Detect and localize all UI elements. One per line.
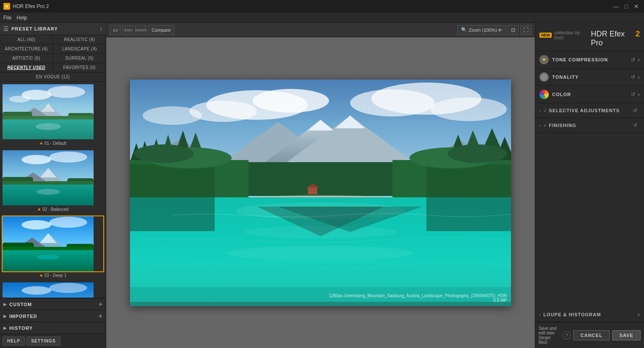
dual-view-button[interactable]: ▭▭ (122, 25, 133, 35)
tonality-title: TONALITY (552, 75, 631, 80)
history-panel-label: HISTORY (9, 326, 102, 331)
color-expand[interactable]: › (638, 91, 640, 98)
svg-point-33 (37, 254, 59, 260)
star-icon-02: ★ (37, 207, 41, 212)
tonality-header[interactable]: TONALITY ↺ › (535, 69, 644, 86)
preset-item-03[interactable]: ★ 03 - Deep 1 (0, 214, 106, 280)
imported-add-button[interactable]: + (99, 312, 102, 320)
tonality-section: TONALITY ↺ › (535, 69, 644, 86)
finishing-reset[interactable]: ↺ (633, 122, 637, 128)
finishing-arrow: › (539, 123, 541, 128)
preset-svg-02 (3, 150, 94, 205)
help-circle-button[interactable]: ? (562, 331, 571, 340)
canvas-content: 1280px-Untersberg_Mountain_Salzburg_Aust… (106, 37, 535, 348)
fullscreen-button[interactable]: ⛶ (520, 25, 531, 35)
cat-artistic[interactable]: ARTISTIC (6) (0, 54, 53, 63)
preset-label-02: ★ 02 - Balanced (2, 206, 104, 213)
color-icon (539, 90, 549, 99)
save-later-text: Save and edit later (larger files) (539, 326, 560, 345)
cat-en-vogue[interactable]: EN VOGUE (12) (0, 72, 106, 81)
loupe-expand[interactable]: › (638, 311, 640, 318)
preset-library-title: PRESET LIBRARY (11, 26, 97, 31)
cat-recently-used[interactable]: RECENTLY USED (0, 63, 53, 72)
svg-point-77 (134, 144, 193, 163)
tonality-reset[interactable]: ↺ (631, 74, 635, 80)
image-caption: 1280px-Untersberg_Mountain_Salzburg_Aust… (329, 293, 507, 303)
fit-button[interactable]: ⊡ (508, 25, 519, 35)
tonality-icon (539, 72, 549, 82)
color-section: COLOR ↺ › (535, 86, 644, 103)
selective-arrow: › (539, 108, 541, 113)
compare-button[interactable]: Compare (148, 25, 174, 35)
preset-thumb-wrap-04 (2, 282, 104, 298)
menu-help[interactable]: Help (17, 15, 27, 21)
tonality-expand[interactable]: › (638, 73, 640, 81)
main-image-container: 1280px-Untersberg_Mountain_Salzburg_Aust… (130, 80, 511, 306)
zoom-control[interactable]: 🔍 Zoom (100%) ▶ (457, 25, 506, 35)
svg-point-51 (431, 97, 507, 121)
cat-landscape[interactable]: LANDSCAPE (4) (53, 44, 106, 53)
save-button[interactable]: SAVE (612, 330, 641, 340)
color-title: COLOR (552, 92, 631, 97)
tone-compression-icon: ✦ (539, 55, 549, 64)
menu-file[interactable]: File (3, 15, 11, 21)
loupe-section: › LOUPE & HISTOGRAM › (535, 307, 644, 322)
imported-panel-row[interactable]: ▶ IMPORTED + (0, 310, 106, 322)
selective-reset[interactable]: ↺ (633, 108, 637, 113)
loupe-header[interactable]: › LOUPE & HISTOGRAM › (535, 307, 644, 322)
preset-label-03: ★ 03 - Deep 1 (2, 272, 104, 279)
preset-item-01[interactable]: ★ 01 - Default (0, 82, 106, 148)
bottom-panels: ▶ CUSTOM + ▶ IMPORTED + ▶ HISTORY (0, 298, 106, 334)
preset-item-04[interactable]: ★ 04 - Deep 2 (0, 280, 106, 298)
cat-favorites[interactable]: FAVORITES (0) (53, 63, 106, 72)
import-icon[interactable]: ↑ (100, 25, 102, 32)
color-reset[interactable]: ↺ (631, 91, 635, 97)
selective-check: ✓ (543, 108, 547, 113)
preset-thumb-wrap-03 (2, 215, 104, 272)
custom-add-button[interactable]: + (99, 301, 102, 308)
star-icon-03: ★ (39, 273, 43, 278)
triple-view-button[interactable]: ▭▭▭ (135, 25, 146, 35)
svg-point-47 (253, 89, 329, 113)
preset-svg-01 (3, 84, 94, 139)
image-filename: 1280px-Untersberg_Mountain_Salzburg_Aust… (329, 293, 507, 298)
svg-point-2 (47, 86, 85, 98)
selective-adjustments-header[interactable]: › ✓ SELECTIVE ADJUSTMENTS ↺ (535, 103, 644, 118)
tone-compression-expand[interactable]: › (638, 56, 640, 64)
maximize-button[interactable]: □ (622, 2, 630, 11)
main-image[interactable] (130, 80, 511, 306)
minimize-button[interactable]: — (612, 2, 620, 11)
title-text: HDR Efex Pro 2 (13, 3, 609, 9)
preset-svg-03 (3, 216, 94, 271)
tone-compression-header[interactable]: ✦ TONE COMPRESSION ↺ › (535, 51, 644, 68)
close-button[interactable]: ✕ (632, 2, 641, 11)
landscape-svg (130, 80, 511, 306)
custom-panel-row[interactable]: ▶ CUSTOM + (0, 298, 106, 310)
cat-architecture[interactable]: ARCHITECTURE (4) (0, 44, 53, 53)
preset-thumb-02 (3, 150, 94, 205)
preset-item-02[interactable]: ★ 02 - Balanced (0, 148, 106, 214)
cat-surreal[interactable]: SURREAL (5) (53, 54, 106, 63)
svg-rect-31 (3, 247, 94, 250)
hamburger-icon[interactable]: ☰ (3, 25, 9, 32)
preset-thumb-wrap-02 (2, 149, 104, 206)
preset-svg-04 (3, 282, 94, 298)
help-button[interactable]: HELP (3, 337, 25, 345)
app-icon: H (3, 3, 10, 10)
settings-button[interactable]: SETTINGS (27, 337, 61, 345)
new-badge: NEW (539, 33, 552, 38)
finishing-check: ✓ (543, 123, 547, 128)
zoom-arrow: ▶ (499, 27, 502, 33)
tone-compression-section: ✦ TONE COMPRESSION ↺ › (535, 51, 644, 69)
color-header[interactable]: COLOR ↺ › (535, 86, 644, 103)
cancel-button[interactable]: CANCEL (573, 330, 610, 340)
svg-rect-80 (308, 188, 317, 194)
single-view-button[interactable]: ▭ (110, 25, 121, 35)
svg-point-24 (22, 220, 51, 229)
history-panel-row[interactable]: ▶ HISTORY (0, 322, 106, 334)
cat-realistic[interactable]: REALISTIC (9) (53, 35, 106, 44)
finishing-header[interactable]: › ✓ FINISHING ↺ (535, 118, 644, 133)
cat-all[interactable]: ALL (40) (0, 35, 53, 44)
tone-compression-reset[interactable]: ↺ (631, 57, 635, 63)
imported-panel-label: IMPORTED (9, 314, 97, 319)
